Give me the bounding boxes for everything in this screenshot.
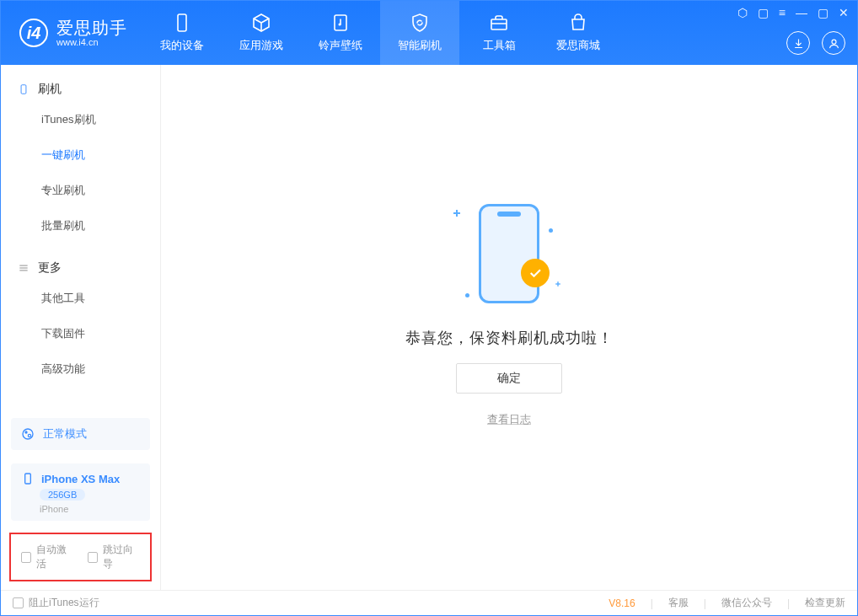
phone-illustration-icon xyxy=(479,204,539,303)
logo-icon: i4 xyxy=(19,19,48,47)
window-controls: ⬡ ▢ ≡ — ▢ ✕ xyxy=(737,6,849,19)
bag-icon xyxy=(568,13,588,33)
success-message: 恭喜您，保资料刷机成功啦！ xyxy=(405,328,614,348)
dot-icon xyxy=(549,228,553,233)
download-icon[interactable] xyxy=(786,31,810,55)
device-capacity: 256GB xyxy=(40,489,85,501)
check-update-link[interactable]: 检查更新 xyxy=(805,596,845,610)
checkbox-box-icon xyxy=(21,552,31,563)
wechat-link[interactable]: 微信公众号 xyxy=(721,596,772,610)
svg-rect-5 xyxy=(21,85,26,94)
checkbox-auto-activate[interactable]: 自动激活 xyxy=(21,543,74,571)
main-content: 恭喜您，保资料刷机成功啦！ 确定 查看日志 xyxy=(161,65,857,590)
nav-apps-games[interactable]: 应用游戏 xyxy=(222,1,301,65)
sparkle-icon xyxy=(555,281,560,287)
svg-point-7 xyxy=(24,431,27,433)
list-icon xyxy=(18,262,29,274)
svg-rect-0 xyxy=(178,14,186,31)
maximize-button[interactable]: ▢ xyxy=(818,6,829,19)
app-title: 爱思助手 xyxy=(56,19,127,37)
nav-ringtones[interactable]: 铃声壁纸 xyxy=(301,1,380,65)
sidebar-item-other-tools[interactable]: 其他工具 xyxy=(41,281,160,316)
device-info-card[interactable]: iPhone XS Max 256GB iPhone xyxy=(11,463,150,521)
sidebar-item-advanced[interactable]: 高级功能 xyxy=(41,351,160,387)
user-icon[interactable] xyxy=(822,31,845,55)
checkbox-box-icon xyxy=(88,552,98,563)
version-label: V8.16 xyxy=(609,597,635,609)
logo: i4 爱思助手 www.i4.cn xyxy=(1,19,142,47)
ok-button[interactable]: 确定 xyxy=(456,363,562,394)
checkbox-skip-wizard[interactable]: 跳过向导 xyxy=(88,543,141,571)
svg-rect-9 xyxy=(25,474,31,484)
main-nav: 我的设备 应用游戏 铃声壁纸 智能刷机 工具箱 爱思商城 xyxy=(142,1,618,65)
menu-icon[interactable]: ≡ xyxy=(779,6,786,19)
device-mode-card[interactable]: 正常模式 xyxy=(11,418,150,450)
cube-icon xyxy=(251,13,271,33)
sidebar-item-itunes-flash[interactable]: iTunes刷机 xyxy=(41,102,160,137)
svg-point-4 xyxy=(832,40,836,44)
dot-icon xyxy=(465,293,469,297)
svg-rect-3 xyxy=(491,19,507,29)
highlighted-options-box: 自动激活 跳过向导 xyxy=(9,533,152,581)
device-phone-icon xyxy=(21,472,35,485)
toolbox-icon xyxy=(489,13,509,33)
shirt-icon[interactable]: ⬡ xyxy=(737,6,748,19)
title-bar: i4 爱思助手 www.i4.cn 我的设备 应用游戏 铃声壁纸 智能刷机 工具… xyxy=(1,1,857,65)
svg-point-8 xyxy=(28,434,30,437)
success-illustration xyxy=(450,195,568,313)
nav-store[interactable]: 爱思商城 xyxy=(539,1,618,65)
nav-smart-flash[interactable]: 智能刷机 xyxy=(380,1,459,65)
close-button[interactable]: ✕ xyxy=(839,6,849,19)
device-name: iPhone XS Max xyxy=(41,473,120,485)
sidebar-item-pro-flash[interactable]: 专业刷机 xyxy=(41,173,160,208)
device-type: iPhone xyxy=(40,504,68,514)
app-subtitle: www.i4.cn xyxy=(56,37,127,47)
minimize-button[interactable]: — xyxy=(796,6,807,19)
mode-icon xyxy=(21,427,35,441)
svg-point-2 xyxy=(339,24,341,26)
checkmark-badge-icon xyxy=(521,259,550,287)
sparkle-icon xyxy=(453,210,460,217)
sidebar-section-flash: 刷机 xyxy=(1,77,160,102)
checkbox-block-itunes[interactable]: 阻止iTunes运行 xyxy=(13,596,99,610)
phone-icon xyxy=(172,13,192,33)
sidebar-item-download-firmware[interactable]: 下载固件 xyxy=(41,316,160,351)
checkbox-box-icon xyxy=(13,597,24,608)
shield-refresh-icon xyxy=(410,13,430,33)
phone-small-icon xyxy=(18,83,29,95)
sidebar-item-oneclick-flash[interactable]: 一键刷机 xyxy=(41,137,160,173)
sidebar-item-batch-flash[interactable]: 批量刷机 xyxy=(41,208,160,244)
header-right-icons xyxy=(786,31,845,55)
nav-my-device[interactable]: 我的设备 xyxy=(142,1,222,65)
nav-toolbox[interactable]: 工具箱 xyxy=(459,1,539,65)
status-bar: 阻止iTunes运行 V8.16 | 客服 | 微信公众号 | 检查更新 xyxy=(1,590,857,615)
music-icon xyxy=(330,13,351,33)
sidebar: 刷机 iTunes刷机 一键刷机 专业刷机 批量刷机 更多 其他工具 下载固件 … xyxy=(1,65,161,590)
support-link[interactable]: 客服 xyxy=(668,596,689,610)
sidebar-section-more: 更多 xyxy=(1,255,160,281)
svg-point-6 xyxy=(23,429,33,439)
view-log-link[interactable]: 查看日志 xyxy=(487,412,531,427)
sync-icon[interactable]: ▢ xyxy=(758,6,769,19)
